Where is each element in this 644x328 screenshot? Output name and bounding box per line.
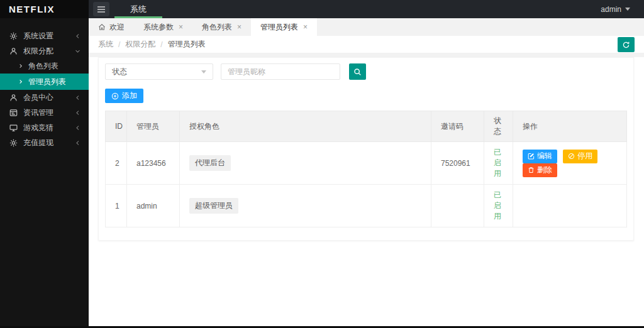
breadcrumb-item: 权限分配 [125,39,155,50]
sidebar-subitem-admin-list[interactable]: 管理员列表 [0,74,89,90]
cell-actions: 编辑 停用 [513,142,627,185]
nickname-input[interactable] [221,63,340,80]
column-header-admin: 管理员 [127,111,180,142]
sidebar-toggle-button[interactable] [93,2,109,16]
admin-list-card: 状态 添加 [98,57,634,241]
refresh-button[interactable] [618,37,635,52]
ban-icon [568,153,575,160]
arrow-right-icon [18,63,23,68]
user-icon [9,47,18,55]
tab-close-icon[interactable]: × [237,23,242,31]
table-header-row: ID 管理员 授权角色 邀请码 状态 操作 [106,111,627,142]
tab-admin-list[interactable]: 管理员列表 × [251,18,317,36]
tab-label: 系统参数 [143,22,174,33]
cell-admin: admin [127,185,180,227]
cell-invite-code: 7520961 [431,142,484,185]
tab-role-list[interactable]: 角色列表 × [192,18,251,36]
sidebar-item-label: 系统设置 [23,31,53,41]
chevron-left-icon [75,95,80,101]
column-header-id: ID [106,111,127,142]
sidebar-item-recharge-withdraw[interactable]: 充值提现 [0,135,89,150]
chevron-down-icon [201,70,206,74]
sidebar-item-permission[interactable]: 权限分配 [0,43,89,58]
home-icon [98,23,106,31]
status-select[interactable]: 状态 [105,63,213,80]
member-icon [9,94,18,102]
table-row: 2 a123456 代理后台 7520961 已启用 [106,142,627,185]
status-select-value: 状态 [112,67,127,77]
tab-label: 欢迎 [109,22,125,33]
sidebar: 系统设置 权限分配 角色列表 管理员列表 会员中心 [0,18,89,328]
role-tag: 代理后台 [189,155,231,171]
delete-button-label: 删除 [537,165,552,175]
arrow-right-icon [18,79,23,84]
breadcrumb: 系统 / 权限分配 / 管理员列表 [89,36,644,53]
plus-circle-icon [111,92,119,100]
sidebar-item-label: 充值提现 [23,138,53,148]
topnav-item-system[interactable]: 系统 [114,0,162,18]
cell-status: 已启用 [484,142,513,185]
topnav-label: 系统 [130,4,147,15]
chevron-down-icon [75,48,80,54]
chevron-left-icon [75,110,80,116]
top-bar: NETFLIX 系统 admin [0,0,644,18]
add-button[interactable]: 添加 [105,89,143,103]
sidebar-item-label: 资讯管理 [23,107,53,118]
sidebar-item-label: 游戏竞猜 [23,123,53,133]
cell-id: 2 [106,142,127,185]
chevron-left-icon [75,140,80,146]
breadcrumb-item: 系统 [98,39,113,50]
refresh-icon [622,41,630,49]
trash-icon [528,167,535,173]
status-badge: 已启用 [494,148,501,178]
column-header-invite-code: 邀请码 [431,111,484,142]
disable-button[interactable]: 停用 [563,150,597,163]
sidebar-subitem-label: 角色列表 [28,61,58,72]
chevron-left-icon [75,33,80,39]
sidebar-subitem-label: 管理员列表 [28,77,66,87]
column-header-status: 状态 [484,111,513,142]
filter-row: 状态 [105,63,627,80]
tab-system-params[interactable]: 系统参数 × [134,18,192,36]
tab-welcome[interactable]: 欢迎 [89,18,134,36]
disable-button-label: 停用 [577,151,592,161]
tab-close-icon[interactable]: × [179,23,183,31]
table-row: 1 admin 超级管理员 已启用 [106,185,627,227]
main-area: 欢迎 系统参数 × 角色列表 × 管理员列表 × 系统 / 权限分配 / 管理员… [89,18,644,328]
brand-logo: NETFLIX [0,0,89,18]
cell-actions [513,185,627,227]
user-menu[interactable]: admin [601,0,644,18]
role-tag: 超级管理员 [189,198,238,214]
sidebar-item-game-guess[interactable]: 游戏竞猜 [0,120,89,135]
cell-role: 超级管理员 [180,185,431,227]
status-badge: 已启用 [494,190,501,221]
breadcrumb-separator: / [160,40,162,49]
add-button-label: 添加 [122,90,137,101]
content: 状态 添加 [89,57,644,328]
sidebar-subitem-role-list[interactable]: 角色列表 [0,58,89,74]
column-header-role: 授权角色 [180,111,431,142]
sidebar-item-member-center[interactable]: 会员中心 [0,90,89,105]
breadcrumb-separator: / [118,40,120,49]
sidebar-item-news-manage[interactable]: 资讯管理 [0,105,89,120]
cell-admin: a123456 [127,142,180,185]
edit-button-label: 编辑 [537,151,552,161]
recharge-icon [9,139,18,147]
edit-button[interactable]: 编辑 [523,150,557,163]
column-header-actions: 操作 [513,111,627,142]
hamburger-icon [97,6,106,13]
delete-button[interactable]: 删除 [523,163,557,177]
edit-icon [528,153,535,160]
sidebar-item-system-settings[interactable]: 系统设置 [0,28,89,43]
admin-table: ID 管理员 授权角色 邀请码 状态 操作 2 a123456 [105,111,627,227]
tab-close-icon[interactable]: × [303,23,308,31]
news-icon [9,109,18,117]
cell-invite-code [431,185,484,227]
cell-role: 代理后台 [180,142,431,185]
cell-id: 1 [106,185,127,227]
chevron-left-icon [75,125,80,131]
chevron-down-icon [625,8,630,11]
sidebar-item-label: 权限分配 [23,46,53,57]
gear-icon [9,32,18,40]
search-button[interactable] [349,63,366,80]
